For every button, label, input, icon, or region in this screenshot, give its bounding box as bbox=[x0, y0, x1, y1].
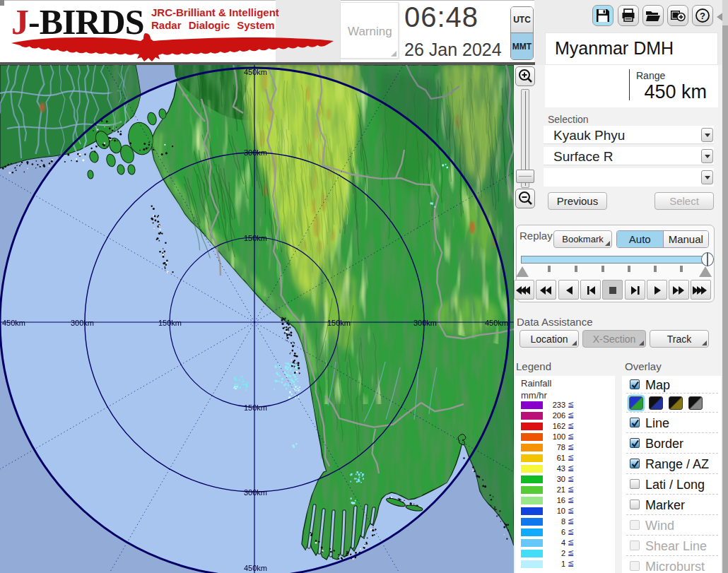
svg-text:?: ? bbox=[700, 11, 705, 21]
svg-text:150km: 150km bbox=[327, 319, 351, 327]
svg-text:450km: 450km bbox=[244, 564, 267, 572]
svg-text:300km: 300km bbox=[244, 488, 267, 497]
svg-text:300km: 300km bbox=[244, 148, 267, 157]
svg-text:450km: 450km bbox=[2, 319, 25, 327]
svg-text:300km: 300km bbox=[71, 319, 94, 327]
svg-text:150km: 150km bbox=[244, 234, 267, 242]
svg-text:300km: 300km bbox=[413, 319, 437, 327]
svg-text:450km: 450km bbox=[244, 68, 267, 76]
svg-text:150km: 150km bbox=[158, 319, 182, 327]
svg-text:150km: 150km bbox=[244, 403, 267, 412]
svg-text:450km: 450km bbox=[485, 319, 508, 327]
